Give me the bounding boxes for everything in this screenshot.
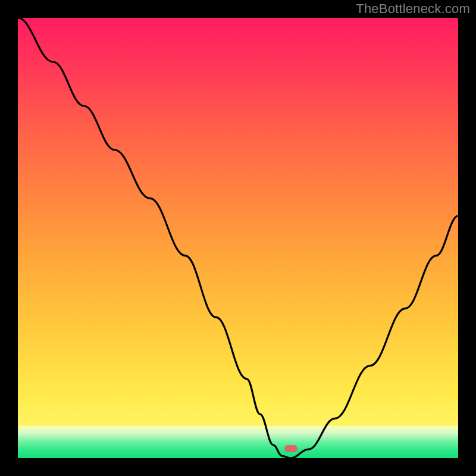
bottleneck-curve — [18, 18, 458, 458]
attribution-label: TheBottleneck.com — [356, 1, 470, 17]
plot-area — [18, 18, 458, 458]
curve-layer — [18, 18, 458, 458]
chart-frame: TheBottleneck.com — [0, 0, 476, 476]
optimum-marker — [284, 445, 298, 452]
